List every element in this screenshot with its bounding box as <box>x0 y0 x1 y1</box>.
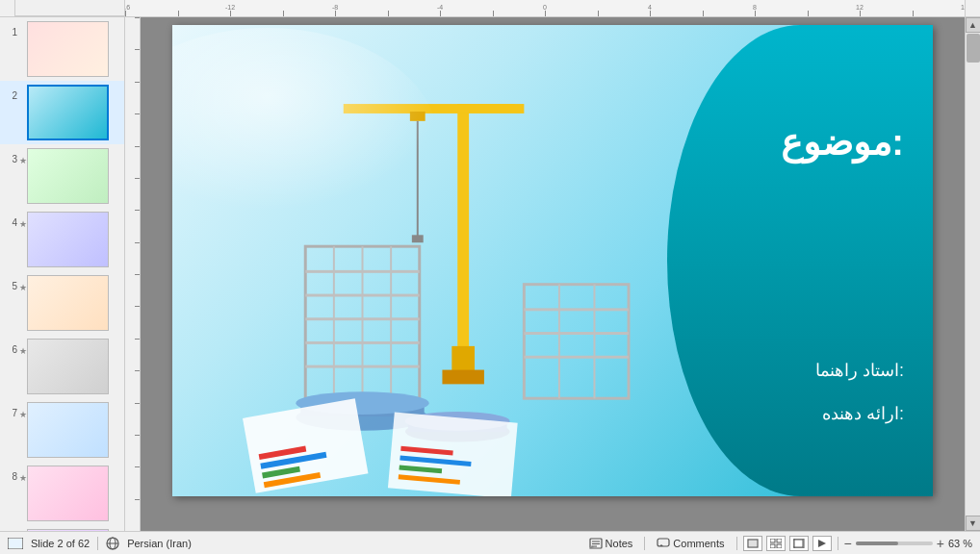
slideshow-btn[interactable] <box>812 536 832 551</box>
slide-star-4: ★ <box>19 219 27 229</box>
slide-item-4[interactable]: 4★ <box>0 208 124 271</box>
svg-rect-7 <box>442 370 483 385</box>
slide-thumb-8 <box>27 466 109 521</box>
main-area: 123★4★5★6★7★8★9★ <box>0 17 980 531</box>
divider1 <box>97 537 98 550</box>
ruler-left-tick-5 <box>135 178 140 179</box>
svg-rect-19 <box>524 332 629 335</box>
scrollbar-right[interactable]: ▲ ▼ <box>965 17 980 531</box>
slide-thumb-inner-1 <box>28 22 108 76</box>
ruler-label-12: 8 <box>753 4 757 11</box>
construction-svg <box>172 25 667 496</box>
divider2 <box>644 537 645 550</box>
svg-marker-51 <box>659 544 663 546</box>
ruler-tick-15 <box>913 11 914 16</box>
ruler-label-4: -8 <box>332 4 338 11</box>
scroll-down-btn[interactable]: ▼ <box>966 516 981 531</box>
slide-num-3: 3 <box>4 154 17 164</box>
reading-view-btn[interactable] <box>789 536 809 551</box>
language-label: Persian (Iran) <box>127 538 192 549</box>
ruler-tick-0 <box>125 11 126 16</box>
slide-star-5: ★ <box>19 283 27 292</box>
ruler-tick-5 <box>388 11 389 16</box>
slide-main-text: :موضوع <box>781 121 904 164</box>
svg-rect-41 <box>9 539 22 548</box>
slide-item-5[interactable]: 5★ <box>0 271 124 335</box>
ruler-tick-3 <box>283 11 284 16</box>
ruler-top: -16-12-8-40481216 <box>125 0 965 17</box>
notes-button[interactable]: Notes <box>583 536 639 551</box>
scroll-up-btn[interactable]: ▲ <box>966 17 981 33</box>
svg-rect-57 <box>777 544 782 548</box>
comments-icon <box>657 538 670 549</box>
ruler-right-gap <box>965 0 980 16</box>
comments-button[interactable]: Comments <box>651 536 730 551</box>
ruler-left-tick-6 <box>135 210 140 211</box>
slide-thumb-5 <box>27 275 109 331</box>
slide-thumb-inner-4 <box>28 213 108 266</box>
slide-num-4: 4 <box>4 217 17 228</box>
comments-label: Comments <box>673 538 724 549</box>
slide-thumb-inner-3 <box>28 149 108 203</box>
zoom-out-btn[interactable]: − <box>844 536 852 551</box>
ruler-tick-14 <box>860 11 861 16</box>
slide-thumb-inner-6 <box>28 340 108 393</box>
language-icon <box>106 537 119 550</box>
slide-item-2[interactable]: 2 <box>0 81 124 144</box>
content-area: :موضوع :استاد راهنما :ارائه دهنده ▲ ▼ <box>125 17 980 531</box>
ruler-label-16: 16 <box>961 4 965 11</box>
slide-thumb-inner-5 <box>28 276 108 330</box>
ruler-row: -16-12-8-40481216 <box>0 0 980 17</box>
svg-rect-17 <box>524 285 629 399</box>
scroll-thumb[interactable] <box>967 34 980 63</box>
slide-item-3[interactable]: 3★ <box>0 144 124 208</box>
ruler-label-2: -12 <box>225 4 235 11</box>
ruler-left-tick-9 <box>135 306 140 307</box>
ruler-tick-12 <box>755 11 756 16</box>
slide-thumb-inner-8 <box>28 466 108 520</box>
slide-sorter-btn[interactable] <box>766 536 786 551</box>
ruler-left-tick-1 <box>135 49 140 50</box>
slide-canvas-wrap: :موضوع :استاد راهنما :ارائه دهنده <box>141 17 965 531</box>
normal-view-btn[interactable] <box>743 536 762 551</box>
slide-info: Slide 2 of 62 <box>31 538 90 549</box>
slide-item-7[interactable]: 7★ <box>0 398 124 462</box>
zoom-slider[interactable] <box>856 541 933 545</box>
slide-thumb-9 <box>27 529 109 531</box>
notes-label: Notes <box>606 538 633 549</box>
ruler-label-10: 4 <box>648 4 652 11</box>
ruler-tick-11 <box>703 11 704 16</box>
slide-thumb-inner-9 <box>28 530 108 531</box>
slide-item-1[interactable]: 1 <box>0 17 124 81</box>
slide-thumb-3 <box>27 148 109 204</box>
slide-star-6: ★ <box>19 346 27 356</box>
ruler-left <box>125 17 141 531</box>
slide-item-6[interactable]: 6★ <box>0 335 124 398</box>
slide-num-1: 1 <box>4 27 17 38</box>
ruler-tick-13 <box>808 11 809 16</box>
svg-rect-54 <box>770 539 775 542</box>
ruler-left-tick-11 <box>135 370 140 371</box>
scroll-track[interactable] <box>966 33 980 516</box>
slide-canvas: :موضوع :استاد راهنما :ارائه دهنده <box>172 25 933 496</box>
divider4 <box>838 537 838 550</box>
ruler-tick-10 <box>650 11 651 16</box>
slide-num-8: 8 <box>4 471 17 482</box>
svg-rect-55 <box>777 539 782 542</box>
zoom-percent: 63 % <box>948 538 972 549</box>
svg-point-39 <box>172 28 439 256</box>
ruler-label-8: 0 <box>543 4 547 11</box>
zoom-in-btn[interactable]: + <box>937 536 944 551</box>
slide-panel[interactable]: 123★4★5★6★7★8★9★ <box>0 17 125 531</box>
ruler-tick-2 <box>230 11 231 16</box>
ruler-left-tick-12 <box>135 403 140 404</box>
ruler-tick-1 <box>178 11 179 16</box>
slide-item-8[interactable]: 8★ <box>0 462 124 525</box>
view-icons <box>743 536 832 551</box>
ruler-left-tick-4 <box>135 146 140 147</box>
ruler-left-tick-7 <box>135 242 140 243</box>
slide-thumb-4 <box>27 212 109 267</box>
notes-icon <box>589 538 603 549</box>
slide-item-9[interactable]: 9★ <box>0 525 124 531</box>
ruler-left-tick-0 <box>135 17 140 18</box>
